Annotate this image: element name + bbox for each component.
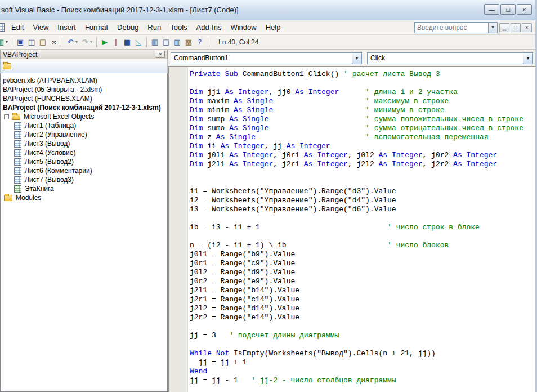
run-button[interactable]: ▶ <box>99 37 110 48</box>
tree-item[interactable]: Лист1 (Таблица) <box>1 121 167 130</box>
menu-run[interactable]: Run <box>143 20 165 34</box>
tree-item[interactable]: -Microsoft Excel Objects <box>1 112 167 121</box>
reset-button[interactable]: ■ <box>122 37 133 48</box>
event-combobox[interactable]: Click ▼ <box>367 52 533 64</box>
code-line: Dim j0l1 As Integer, j0r1 As Integer, j0… <box>190 151 535 160</box>
project-tree[interactable]: pvbaen.xls (ATPVBAEN.XLAM)BAProject (05 … <box>0 73 168 392</box>
undo-dropdown[interactable]: ▾ <box>74 37 79 48</box>
object-browser-button[interactable]: ▥ <box>172 37 183 48</box>
tree-item[interactable]: Лист6 (Комментарии) <box>1 166 167 175</box>
window-title: soft Visual Basic - Поиск комбинаций 201… <box>1 6 239 14</box>
sheet-icon <box>14 140 21 148</box>
project-panel-header: VBAProject × <box>0 50 168 59</box>
code-pane: CommandButton1 ▼ Click ▼ Private Sub Com… <box>168 50 535 392</box>
paste-button[interactable]: ▤ <box>37 37 48 48</box>
save-button[interactable]: ▣ <box>15 37 26 48</box>
object-combobox-arrow-icon[interactable]: ▼ <box>352 53 361 64</box>
insert-object-dropdown[interactable]: ▾ <box>4 37 10 48</box>
tree-item[interactable]: Лист4 (Условие) <box>1 148 167 157</box>
project-explorer-button[interactable]: ▦ <box>149 37 160 48</box>
toggle-folders-icon[interactable] <box>3 63 11 69</box>
tree-item-label: Microsoft Excel Objects <box>23 113 95 121</box>
tree-item[interactable]: pvbaen.xls (ATPVBAEN.XLAM) <box>1 76 167 85</box>
workbook-icon <box>14 185 21 193</box>
code-editor[interactable]: Private Sub CommandButton1_Click() ' рас… <box>188 67 535 392</box>
close-button[interactable]: × <box>517 4 532 15</box>
sheet-icon <box>14 122 21 130</box>
menu-addins[interactable]: Add-Ins <box>192 20 226 34</box>
child-restore-button[interactable]: □ <box>511 23 521 32</box>
sheet-icon <box>14 176 21 184</box>
properties-window-button[interactable]: ▤ <box>160 37 172 48</box>
tree-item[interactable]: BAProject (Поиск комбинаций 2017-12-3-1.… <box>1 103 167 112</box>
tree-item-label: Лист3 (Вывод) <box>24 140 71 148</box>
tree-item-label: Лист5 (Вывод2) <box>24 158 75 166</box>
menu-insert[interactable]: Insert <box>53 20 80 34</box>
sheet-icon <box>14 158 21 166</box>
tree-item-label: Modules <box>15 194 42 202</box>
margin-indicator-bar[interactable] <box>169 67 188 392</box>
restore-button[interactable]: □ <box>500 4 516 15</box>
code-body: Private Sub CommandButton1_Click() ' рас… <box>168 66 535 392</box>
menu-window[interactable]: Window <box>226 20 261 34</box>
event-combobox-arrow-icon[interactable]: ▼ <box>523 53 532 64</box>
tree-item[interactable]: ЭтаКнига <box>1 184 167 193</box>
menu-edit[interactable]: Edit <box>7 20 28 34</box>
code-line: i1 = Worksheets("Управление").Range("d3"… <box>190 187 535 196</box>
code-line: Dim sump As Single ' сумма положительных… <box>190 115 535 124</box>
main-area: VBAProject × pvbaen.xls (ATPVBAEN.XLAM)B… <box>0 50 535 392</box>
standard-toolbar: ▦▾▣◫▤∞↶▾↷▾▶‖■◺▦▤▥▩? Ln 40, Col 24 <box>0 35 535 50</box>
question-combobox[interactable]: ▼ <box>414 22 498 33</box>
tree-item[interactable]: Лист5 (Вывод2) <box>1 157 167 166</box>
object-combobox[interactable]: CommandButton1 ▼ <box>171 52 362 64</box>
vba-editor-window: soft Visual Basic - Поиск комбинаций 201… <box>0 0 537 392</box>
project-panel-title: VBAProject <box>3 51 37 59</box>
menu-tools[interactable]: Tools <box>165 20 191 34</box>
tree-item[interactable]: Лист7 (Вывод3) <box>1 175 167 184</box>
toolbar-buttons: ▦▾▣◫▤∞↶▾↷▾▶‖■◺▦▤▥▩? <box>0 37 211 48</box>
code-line <box>190 79 535 88</box>
child-close-button[interactable]: × <box>522 23 532 32</box>
child-minimize-button[interactable]: ▁ <box>499 23 509 32</box>
code-line: j2l1 = Range("b14").Value <box>190 286 535 295</box>
tree-item[interactable]: Лист3 (Вывод) <box>1 139 167 148</box>
tree-expander-icon[interactable]: - <box>4 114 9 119</box>
tree-item-label: Лист4 (Условие) <box>24 149 77 157</box>
question-input[interactable] <box>415 23 488 33</box>
minimize-button[interactable]: — <box>484 4 499 15</box>
child-window-icon <box>0 23 5 32</box>
code-line <box>190 232 535 241</box>
code-line: Dim ii As Integer, jj As Integer <box>190 142 535 151</box>
question-dropdown-icon[interactable]: ▼ <box>488 23 497 33</box>
code-line: j0r1 = Range("c9").Value <box>190 259 535 268</box>
help-button[interactable]: ? <box>194 37 205 48</box>
tree-item-label: BAProject (Поиск комбинаций 2017-12-3-1.… <box>2 104 162 112</box>
tree-item-label: Лист2 (Управление) <box>24 131 88 139</box>
tree-item[interactable]: Modules <box>1 193 167 202</box>
toolbox-button[interactable]: ▩ <box>183 37 194 48</box>
menu-debug[interactable]: Debug <box>113 20 143 34</box>
folder-icon <box>12 114 20 120</box>
object-combobox-value: CommandButton1 <box>171 54 231 62</box>
menu-help[interactable]: Help <box>261 20 285 34</box>
code-line: j0r2 = Range("e9").Value <box>190 277 535 286</box>
line-column-indicator: Ln 40, Col 24 <box>211 38 266 46</box>
menu-format[interactable]: Format <box>80 20 113 34</box>
find-button[interactable]: ∞ <box>48 37 60 48</box>
code-line: Dim j2l1 As Integer, j2r1 As Integer, j2… <box>190 160 535 169</box>
redo-dropdown[interactable]: ▾ <box>88 37 94 48</box>
code-line <box>190 214 535 223</box>
code-line: Dim maxim As Single ' максимум в строке <box>190 97 535 106</box>
tree-item[interactable]: BAProject (05 Эпюры а - 2.xlsm) <box>1 85 167 94</box>
design-mode-button[interactable]: ◺ <box>133 37 144 48</box>
tree-item[interactable]: BAProject (FUNCRES.XLAM) <box>1 94 167 103</box>
copy-button[interactable]: ◫ <box>26 37 37 48</box>
project-panel-close-button[interactable]: × <box>156 51 165 58</box>
break-button[interactable]: ‖ <box>110 37 122 48</box>
code-line: i2 = Worksheets("Управление").Range("d4"… <box>190 196 535 205</box>
code-line: j0l2 = Range("d9").Value <box>190 268 535 277</box>
tree-item[interactable]: Лист2 (Управление) <box>1 130 167 139</box>
code-line <box>190 340 535 349</box>
menu-view[interactable]: View <box>28 20 53 34</box>
code-line <box>190 322 535 331</box>
